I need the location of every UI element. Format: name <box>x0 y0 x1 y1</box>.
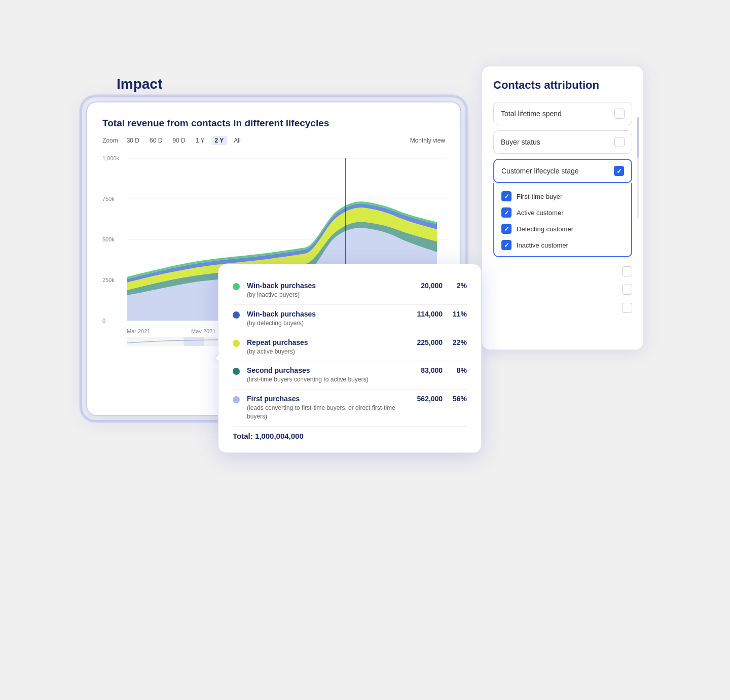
tooltip-content-5: First purchases (leads converting to fir… <box>247 395 405 421</box>
sub-first-time-buyer[interactable]: First-time buyer <box>501 188 624 204</box>
attr-buyer-status-label: Buyer status <box>501 138 540 146</box>
zoom-2y-button[interactable]: 2 Y <box>211 136 228 145</box>
tooltip-name-4: Second purchases <box>247 366 405 374</box>
attr-buyer-status-checkbox[interactable] <box>614 137 625 147</box>
tooltip-values-4: 83,000 8% <box>412 366 467 374</box>
tooltip-content-4: Second purchases (first-time buyers conv… <box>247 366 405 384</box>
tooltip-pct-2: 11% <box>451 310 467 318</box>
zoom-all-button[interactable]: All <box>230 136 244 145</box>
tooltip-dot-3 <box>233 340 240 347</box>
chart-title: Total revenue from contacts in different… <box>102 118 445 129</box>
chart-controls: Zoom 30 D 60 D 90 D 1 Y 2 Y All Monthly … <box>102 136 445 145</box>
tooltip-values-1: 20,000 2% <box>412 282 467 290</box>
extra-checkbox-3[interactable] <box>622 303 632 313</box>
tooltip-sub-3: (by active buyers) <box>247 347 405 356</box>
attr-lifecycle-checkbox[interactable] <box>614 166 624 176</box>
sub-defecting-checkbox[interactable] <box>501 224 512 234</box>
sub-defecting-label: Defecting customer <box>517 225 573 233</box>
tooltip-name-1: Win-back purchases <box>247 282 405 290</box>
tooltip-dot-2 <box>233 311 240 319</box>
tooltip-pct-3: 22% <box>451 338 467 346</box>
tooltip-values-2: 114,000 11% <box>412 310 467 318</box>
sub-defecting-customer[interactable]: Defecting customer <box>501 221 624 237</box>
attr-buyer-status[interactable]: Buyer status <box>493 130 632 154</box>
attr-lifecycle-stage[interactable]: Customer lifecycle stage <box>493 159 632 183</box>
tooltip-values-5: 562,000 56% <box>412 395 467 403</box>
svg-text:500k: 500k <box>102 236 115 242</box>
tooltip-total: Total: 1,000,004,000 <box>233 427 467 440</box>
svg-text:1,000k: 1,000k <box>102 155 120 161</box>
tooltip-pct-1: 2% <box>451 282 467 290</box>
tooltip-amount-3: 225,000 <box>412 338 443 346</box>
zoom-label: Zoom <box>102 137 118 144</box>
attr-lifecycle-label: Customer lifecycle stage <box>501 167 579 175</box>
attr-total-lifetime-spend[interactable]: Total lifetime spend <box>493 102 632 125</box>
tooltip-content-3: Repeat purchases (by active buyers) <box>247 338 405 356</box>
tooltip-dot-4 <box>233 368 240 375</box>
tooltip-name-3: Repeat purchases <box>247 338 405 346</box>
tooltip-name-2: Win-back purchases <box>247 310 405 318</box>
mini-chart-handle[interactable] <box>184 337 204 346</box>
tooltip-pct-4: 8% <box>451 366 467 374</box>
tooltip-values-3: 225,000 22% <box>412 338 467 346</box>
tooltip-sub-2: (by defecting buyers) <box>247 319 405 328</box>
sub-active-customer[interactable]: Active customer <box>501 204 624 221</box>
scroll-indicator <box>637 117 639 219</box>
zoom-60d-button[interactable]: 60 D <box>146 136 166 145</box>
svg-text:0: 0 <box>102 318 105 324</box>
extra-checkbox-1[interactable] <box>622 266 632 276</box>
scroll-thumb[interactable] <box>637 117 639 158</box>
extra-checkbox-2[interactable] <box>622 285 632 295</box>
tooltip-sub-1: (by inactive buyers) <box>247 291 405 299</box>
sub-inactive-checkbox[interactable] <box>501 240 512 250</box>
sub-active-checkbox[interactable] <box>501 207 512 218</box>
zoom-30d-button[interactable]: 30 D <box>123 136 143 145</box>
attr-total-lifetime-checkbox[interactable] <box>614 109 625 119</box>
impact-label: Impact <box>117 76 162 92</box>
svg-text:750k: 750k <box>102 196 115 202</box>
attribution-title: Contacts attribution <box>493 79 632 92</box>
sub-inactive-label: Inactive customer <box>517 241 568 249</box>
attribution-panel: Contacts attribution Total lifetime spen… <box>482 66 644 350</box>
tooltip-sub-4: (first-time buyers converting to active … <box>247 375 405 384</box>
tooltip-row-3: Repeat purchases (by active buyers) 225,… <box>233 333 467 362</box>
sub-active-label: Active customer <box>517 209 563 217</box>
tooltip-content-2: Win-back purchases (by defecting buyers) <box>247 310 405 328</box>
monthly-view-label: Monthly view <box>410 137 445 144</box>
sub-first-time-checkbox[interactable] <box>501 191 512 201</box>
zoom-90d-button[interactable]: 90 D <box>169 136 189 145</box>
tooltip-dot-1 <box>233 283 240 290</box>
tooltip-amount-4: 83,000 <box>412 366 443 374</box>
svg-text:250k: 250k <box>102 277 115 283</box>
zoom-1y-button[interactable]: 1 Y <box>192 136 208 145</box>
tooltip-dot-5 <box>233 396 240 403</box>
svg-text:May 2021: May 2021 <box>191 328 215 334</box>
sub-inactive-customer[interactable]: Inactive customer <box>501 237 624 253</box>
tooltip-sub-5: (leads converting to first-time buyers, … <box>247 404 405 421</box>
tooltip-amount-2: 114,000 <box>412 310 443 318</box>
tooltip-row-5: First purchases (leads converting to fir… <box>233 390 467 427</box>
tooltip-content-1: Win-back purchases (by inactive buyers) <box>247 282 405 299</box>
sub-items-container: First-time buyer Active customer Defecti… <box>493 183 632 257</box>
sub-first-time-label: First-time buyer <box>517 193 562 200</box>
tooltip-row-4: Second purchases (first-time buyers conv… <box>233 361 467 390</box>
tooltip-popup: Win-back purchases (by inactive buyers) … <box>218 264 482 453</box>
attr-total-lifetime-label: Total lifetime spend <box>501 110 562 118</box>
tooltip-amount-1: 20,000 <box>412 282 443 290</box>
tooltip-row-1: Win-back purchases (by inactive buyers) … <box>233 276 467 305</box>
tooltip-row-2: Win-back purchases (by defecting buyers)… <box>233 305 467 333</box>
tooltip-pct-5: 56% <box>451 395 467 403</box>
tooltip-amount-5: 562,000 <box>412 395 443 403</box>
svg-text:Mar 2021: Mar 2021 <box>127 328 150 334</box>
tooltip-name-5: First purchases <box>247 395 405 403</box>
